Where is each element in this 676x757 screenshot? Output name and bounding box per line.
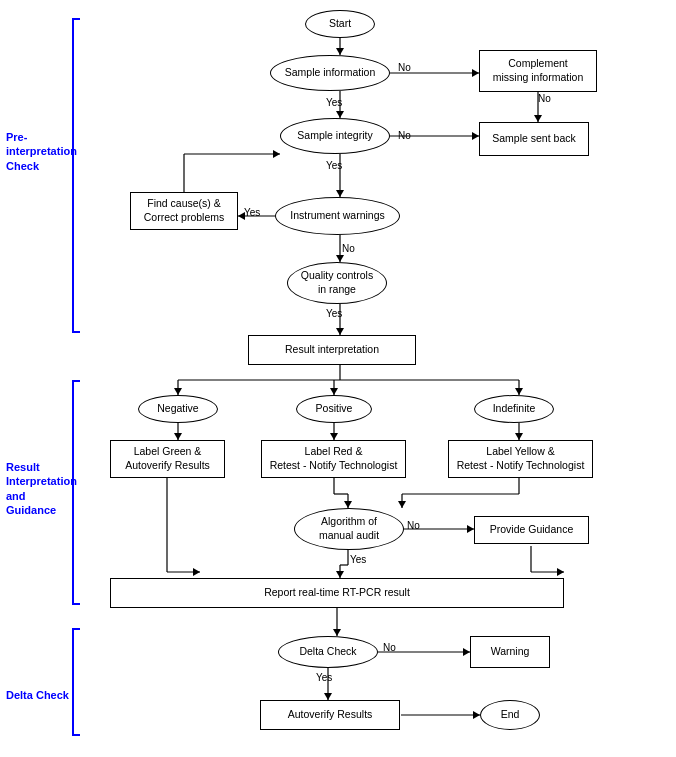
no-label-3: No bbox=[398, 130, 411, 141]
svg-marker-7 bbox=[534, 115, 542, 122]
negative-node: Negative bbox=[138, 395, 218, 423]
svg-marker-16 bbox=[273, 150, 280, 158]
svg-marker-56 bbox=[333, 629, 341, 636]
svg-marker-28 bbox=[515, 388, 523, 395]
svg-marker-30 bbox=[174, 433, 182, 440]
flowchart: Pre-interpretationCheck Result Interpret… bbox=[0, 0, 676, 757]
label-green-node: Label Green &Autoverify Results bbox=[110, 440, 225, 478]
warning-node: Warning bbox=[470, 636, 550, 668]
no-label-2: No bbox=[538, 93, 551, 104]
pre-interp-label: Pre-interpretationCheck bbox=[6, 130, 71, 173]
svg-marker-26 bbox=[330, 388, 338, 395]
delta-label: Delta Check bbox=[6, 688, 71, 702]
no-label-4: No bbox=[342, 243, 355, 254]
label-red-node: Label Red &Retest - Notify Technologist bbox=[261, 440, 406, 478]
result-interp-bracket bbox=[72, 380, 80, 605]
provide-guidance-node: Provide Guidance bbox=[474, 516, 589, 544]
result-interpretation-node: Result interpretation bbox=[248, 335, 416, 365]
yes-label-5: Yes bbox=[350, 554, 366, 565]
delta-bracket bbox=[72, 628, 80, 736]
find-cause-node: Find cause(s) &Correct problems bbox=[130, 192, 238, 230]
svg-marker-44 bbox=[467, 525, 474, 533]
svg-marker-54 bbox=[557, 568, 564, 576]
svg-marker-60 bbox=[324, 693, 332, 700]
svg-marker-38 bbox=[344, 501, 352, 508]
end-node: End bbox=[480, 700, 540, 730]
svg-marker-51 bbox=[193, 568, 200, 576]
positive-node: Positive bbox=[296, 395, 372, 423]
result-interp-label: Result Interpretationand Guidance bbox=[6, 460, 71, 517]
pre-interp-bracket bbox=[72, 18, 80, 333]
no-label-1: No bbox=[398, 62, 411, 73]
svg-marker-24 bbox=[174, 388, 182, 395]
svg-marker-58 bbox=[463, 648, 470, 656]
complement-node: Complementmissing information bbox=[479, 50, 597, 92]
delta-check-node: Delta Check bbox=[278, 636, 378, 668]
svg-marker-32 bbox=[330, 433, 338, 440]
autoverify-results-node: Autoverify Results bbox=[260, 700, 400, 730]
svg-marker-20 bbox=[336, 328, 344, 335]
yes-label-2: Yes bbox=[326, 160, 342, 171]
sample-sent-back-node: Sample sent back bbox=[479, 122, 589, 156]
svg-marker-3 bbox=[336, 111, 344, 118]
svg-marker-48 bbox=[336, 571, 344, 578]
no-label-6: No bbox=[383, 642, 396, 653]
instrument-warnings-node: Instrument warnings bbox=[275, 197, 400, 235]
algorithm-audit-node: Algorithm ofmanual audit bbox=[294, 508, 404, 550]
start-node: Start bbox=[305, 10, 375, 38]
sample-integrity-node: Sample integrity bbox=[280, 118, 390, 154]
report-result-node: Report real-time RT-PCR result bbox=[110, 578, 564, 608]
svg-marker-34 bbox=[515, 433, 523, 440]
svg-marker-5 bbox=[472, 69, 479, 77]
svg-marker-11 bbox=[336, 190, 344, 197]
quality-controls-node: Quality controlsin range bbox=[287, 262, 387, 304]
yes-label-6: Yes bbox=[316, 672, 332, 683]
indefinite-node: Indefinite bbox=[474, 395, 554, 423]
sample-info-node: Sample information bbox=[270, 55, 390, 91]
svg-marker-18 bbox=[336, 255, 344, 262]
label-yellow-node: Label Yellow &Retest - Notify Technologi… bbox=[448, 440, 593, 478]
svg-marker-1 bbox=[336, 48, 344, 55]
yes-label-4: Yes bbox=[326, 308, 342, 319]
svg-marker-62 bbox=[473, 711, 480, 719]
svg-marker-9 bbox=[472, 132, 479, 140]
yes-label-3: Yes bbox=[244, 207, 260, 218]
svg-marker-42 bbox=[398, 501, 406, 508]
no-label-5: No bbox=[407, 520, 420, 531]
yes-label-1: Yes bbox=[326, 97, 342, 108]
